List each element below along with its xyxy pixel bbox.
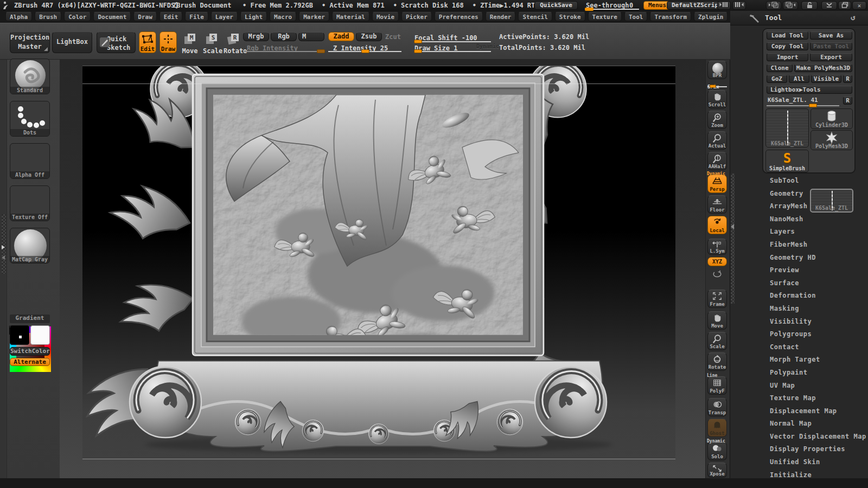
tool-count-slider[interactable] xyxy=(767,105,839,106)
menu-item[interactable]: Light xyxy=(240,12,267,21)
switchcolor-button[interactable]: SwitchColor xyxy=(10,347,50,356)
tool-section-item[interactable]: Polypaint xyxy=(770,367,867,380)
close-icon[interactable]: ✕ xyxy=(852,1,866,10)
rgb-intensity-slider[interactable] xyxy=(243,51,324,52)
menu-item[interactable]: Brush xyxy=(35,12,61,21)
z-intensity-knob[interactable] xyxy=(361,49,369,53)
floor-button[interactable]: Floor xyxy=(707,195,727,214)
tool-section-item[interactable]: Vector Displacement Map xyxy=(770,431,867,444)
strip-scale-button[interactable]: Scale xyxy=(707,332,727,350)
scroll-arrows-icon[interactable] xyxy=(2,241,7,262)
menu-item[interactable]: File xyxy=(185,12,208,21)
tool-section-item[interactable]: Morph Target xyxy=(770,354,867,367)
menu-item[interactable]: Alpha xyxy=(5,12,32,21)
restore-icon[interactable] xyxy=(838,1,851,10)
alternate-button[interactable]: Alternate xyxy=(10,358,50,366)
rgb-button[interactable]: Rgb xyxy=(271,32,297,41)
menu-item[interactable]: Preferences xyxy=(435,12,483,21)
polyf-button[interactable]: PolyF xyxy=(707,376,727,395)
palette-reset-icon[interactable]: ↺ xyxy=(851,13,855,22)
tool-slider-r-button[interactable]: R xyxy=(843,97,852,105)
tool-section-item[interactable]: Initialize xyxy=(770,469,867,482)
move-panels-left-icon[interactable] xyxy=(766,1,781,10)
tool-section-item[interactable]: ArrayMesh xyxy=(770,200,867,213)
lightbox-button[interactable]: LightBox xyxy=(52,31,92,53)
tool-section-item[interactable]: Display Properties xyxy=(770,443,867,456)
projection-master-button[interactable]: Projection Master xyxy=(10,31,50,53)
menu-item[interactable]: Movie xyxy=(372,12,399,21)
document-canvas[interactable] xyxy=(82,66,675,459)
alpha-thumbnail[interactable]: Alpha Off xyxy=(10,143,50,179)
tool-section-item[interactable]: Polygroups xyxy=(770,328,867,341)
frame-button[interactable]: Frame xyxy=(707,290,727,308)
zoom-button[interactable]: Zoom xyxy=(707,111,727,129)
all-button[interactable]: All xyxy=(789,75,809,83)
mrgb-button[interactable]: Mrgb xyxy=(243,32,269,41)
save-as-button[interactable]: Save As xyxy=(810,31,852,40)
menu-item[interactable]: Macro xyxy=(270,12,296,21)
tool-section-item[interactable]: Normal Map xyxy=(770,418,867,431)
goz-r-button[interactable]: R xyxy=(843,75,852,83)
brush-thumbnail[interactable]: Standard xyxy=(10,59,50,94)
tool-thumb-k6sale-large[interactable]: K6Sale_ZTL xyxy=(765,108,809,147)
menu-item[interactable]: Transform xyxy=(650,12,691,21)
menu-item[interactable]: Zplugin xyxy=(694,12,727,21)
focal-shift-slider[interactable] xyxy=(414,41,491,42)
material-thumbnail[interactable]: MatCap Gray xyxy=(10,228,50,264)
dynamic-persp-label[interactable]: Dynamic xyxy=(707,171,725,176)
draw-size-slider[interactable] xyxy=(414,51,491,52)
see-through-knob[interactable] xyxy=(585,8,593,11)
tool-section-item[interactable]: Deformation xyxy=(770,290,867,303)
xpose-button[interactable]: Xpose xyxy=(707,463,727,478)
palette-collapse-icon[interactable] xyxy=(731,221,734,232)
quicksave-button[interactable]: QuickSave xyxy=(534,1,578,10)
focal-shift-knob[interactable] xyxy=(414,40,422,43)
zadd-button[interactable]: Zadd xyxy=(328,32,354,41)
copy-tool-button[interactable]: Copy Tool xyxy=(767,42,808,50)
strip-move-button[interactable]: Move xyxy=(707,311,727,330)
menu-item[interactable]: Picker xyxy=(401,12,432,21)
visible-button[interactable]: Visible xyxy=(811,75,841,83)
transp-button[interactable]: Transp xyxy=(707,398,727,416)
lock-icon[interactable] xyxy=(801,1,818,10)
menu-item[interactable]: Texture xyxy=(588,12,622,21)
tool-section-item[interactable]: Preview xyxy=(770,264,867,277)
tool-section-item[interactable]: Masking xyxy=(770,303,867,316)
shrink-divider-right-icon[interactable] xyxy=(732,1,746,10)
gradient-button[interactable]: Gradient xyxy=(10,314,50,323)
tool-thumb-polymesh3d[interactable]: PolyMesh3D xyxy=(810,130,853,150)
draw-size-knob[interactable] xyxy=(414,49,422,53)
tool-section-item[interactable]: Unified Skin xyxy=(770,456,867,469)
import-button[interactable]: Import xyxy=(767,53,808,61)
xyz-button[interactable]: XYZ xyxy=(707,257,727,266)
tool-palette-header[interactable]: Tool ↺ xyxy=(730,11,868,25)
stroke-thumbnail[interactable]: Dots xyxy=(10,101,50,137)
menu-item[interactable]: Stencil xyxy=(518,12,552,21)
menu-item[interactable]: Render xyxy=(486,12,516,21)
tool-section-item[interactable]: Texture Map xyxy=(770,392,867,405)
dynamic-solo-label[interactable]: Dynamic xyxy=(707,439,725,444)
tool-section-item[interactable]: Geometry HD xyxy=(770,252,867,265)
actual-button[interactable]: Actual xyxy=(707,131,727,150)
tool-section-item[interactable]: FiberMesh xyxy=(770,239,867,252)
menu-item[interactable]: Stroke xyxy=(555,12,585,21)
strip-rotate-button[interactable]: Rotate xyxy=(707,352,727,371)
persp-button[interactable]: Persp xyxy=(707,175,727,193)
tool-count-knob[interactable] xyxy=(809,104,817,107)
tool-section-item[interactable]: Surface xyxy=(770,277,867,290)
spix-knob[interactable] xyxy=(710,85,716,88)
spix-slider[interactable]: SPix xyxy=(707,80,728,91)
m-button[interactable]: M xyxy=(298,32,324,41)
menu-item[interactable]: Draw xyxy=(133,12,157,21)
menu-item[interactable]: Tool xyxy=(624,12,648,21)
tool-section-item[interactable]: Contact xyxy=(770,341,867,354)
texture-thumbnail[interactable]: Texture Off xyxy=(10,185,50,221)
rgb-intensity-knob[interactable] xyxy=(317,49,325,53)
zcut-button[interactable]: Zcut xyxy=(385,33,401,41)
lightbox-tools-button[interactable]: Lightbox▶Tools xyxy=(767,86,852,94)
menu-item[interactable]: Document xyxy=(93,12,131,21)
move-panels-right-icon[interactable] xyxy=(783,1,798,10)
zsub-button[interactable]: Zsub xyxy=(356,32,382,41)
tool-thumb-cylinder3d[interactable]: Cylinder3D xyxy=(810,108,853,129)
scale-button[interactable]: SScale xyxy=(203,33,220,55)
